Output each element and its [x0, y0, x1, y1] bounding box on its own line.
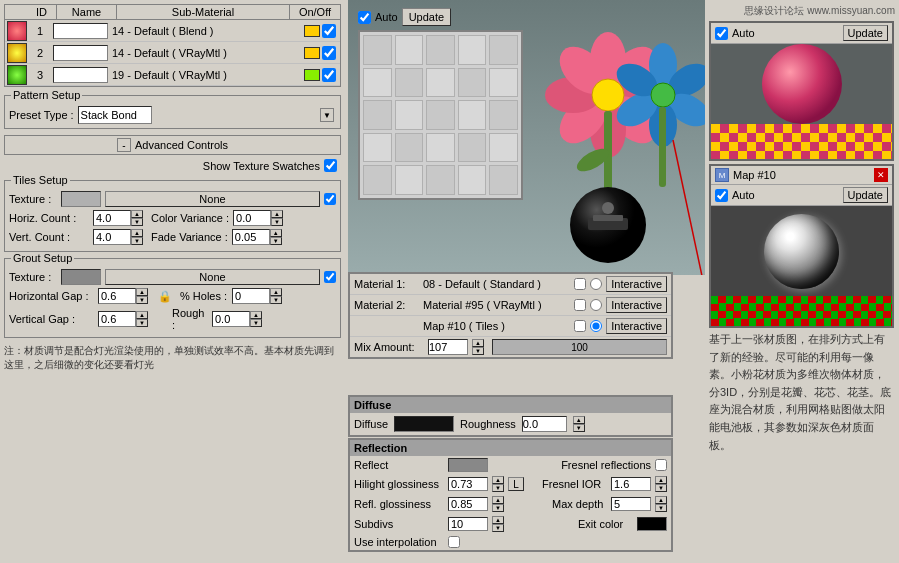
- swatch-1[interactable]: [7, 21, 27, 41]
- mat-row3-radio[interactable]: [590, 320, 602, 332]
- mat-row2-radio[interactable]: [590, 299, 602, 311]
- mat-check-3[interactable]: [322, 68, 336, 82]
- mat-color-2[interactable]: [304, 47, 320, 59]
- vert-count-down[interactable]: ▼: [131, 237, 143, 245]
- fresnel-spin-btns: ▲ ▼: [655, 476, 667, 492]
- fresnel-ior-input[interactable]: 1.6: [611, 477, 651, 491]
- mat-check-1[interactable]: [322, 24, 336, 38]
- fresnel-down[interactable]: ▼: [655, 484, 667, 492]
- grid-cell: [489, 35, 518, 65]
- map-title-icon: M: [715, 168, 729, 182]
- fresnel-checkbox[interactable]: [655, 459, 667, 471]
- preset-type-select[interactable]: Stack Bond Running Bond Custom Bond: [78, 106, 152, 124]
- fade-variance-up[interactable]: ▲: [270, 229, 282, 237]
- interactive-button-1[interactable]: Interactive: [606, 276, 667, 292]
- mix-amount-input[interactable]: 107: [428, 339, 468, 355]
- rough-input[interactable]: 0.0: [212, 311, 250, 327]
- subdivs-input[interactable]: 10: [448, 517, 488, 531]
- table-row: 1 14 - Default ( Blend ): [5, 20, 340, 42]
- col-id-header: ID: [27, 5, 57, 19]
- fresnel-up[interactable]: ▲: [655, 476, 667, 484]
- max-depth-up[interactable]: ▲: [655, 496, 667, 504]
- roughness-up[interactable]: ▲: [573, 416, 585, 424]
- mat-row2-label: Material 2:: [354, 299, 419, 311]
- mat-row1-label: Material 1:: [354, 278, 419, 290]
- color-variance-up[interactable]: ▲: [271, 210, 283, 218]
- rough-up[interactable]: ▲: [250, 311, 262, 319]
- grout-none-button[interactable]: None: [105, 269, 320, 285]
- hilight-input[interactable]: 0.73: [448, 477, 488, 491]
- refl-gloss-down[interactable]: ▼: [492, 504, 504, 512]
- vert-gap-down[interactable]: ▼: [136, 319, 148, 327]
- holes-input[interactable]: 0: [232, 288, 270, 304]
- roughness-input[interactable]: 0.0: [522, 416, 567, 432]
- interactive-button-3[interactable]: Interactive: [606, 318, 667, 334]
- mat-color-3[interactable]: [304, 69, 320, 81]
- fade-variance-down[interactable]: ▼: [270, 237, 282, 245]
- vert-gap-up[interactable]: ▲: [136, 311, 148, 319]
- mat-name-1[interactable]: [53, 23, 108, 39]
- collapse-button[interactable]: -: [117, 138, 131, 152]
- show-swatches-checkbox[interactable]: [324, 159, 337, 172]
- mat-color-1[interactable]: [304, 25, 320, 37]
- horiz-count-down[interactable]: ▼: [131, 218, 143, 226]
- subdivs-down[interactable]: ▼: [492, 524, 504, 532]
- tiles-none-button[interactable]: None: [105, 191, 320, 207]
- grid-cell: [395, 165, 424, 195]
- reflect-swatch[interactable]: [448, 458, 488, 472]
- horiz-gap-down[interactable]: ▼: [136, 296, 148, 304]
- l-button[interactable]: L: [508, 477, 524, 491]
- horiz-count-input[interactable]: 4.0: [93, 210, 131, 226]
- vert-count-up[interactable]: ▲: [131, 229, 143, 237]
- svg-rect-18: [659, 107, 666, 187]
- tile-update-button[interactable]: Update: [402, 8, 451, 26]
- holes-up[interactable]: ▲: [270, 288, 282, 296]
- tiles-texture-checkbox[interactable]: [324, 193, 336, 205]
- close-button-2[interactable]: ✕: [874, 168, 888, 182]
- preview1-auto-checkbox[interactable]: [715, 27, 728, 40]
- mat-row1-checkbox[interactable]: [574, 278, 586, 290]
- vert-count-input[interactable]: 4.0: [93, 229, 131, 245]
- max-depth-down[interactable]: ▼: [655, 504, 667, 512]
- rough-down[interactable]: ▼: [250, 319, 262, 327]
- mat-name-2[interactable]: [53, 45, 108, 61]
- tiles-texture-swatch[interactable]: [61, 191, 101, 207]
- mat-row1-radio[interactable]: [590, 278, 602, 290]
- swatch-2[interactable]: [7, 43, 27, 63]
- color-variance-input[interactable]: 0.0: [233, 210, 271, 226]
- refl-gloss-up[interactable]: ▲: [492, 496, 504, 504]
- mix-up[interactable]: ▲: [472, 339, 484, 347]
- diffuse-swatch[interactable]: [394, 416, 454, 432]
- grout-texture-checkbox[interactable]: [324, 271, 336, 283]
- color-variance-down[interactable]: ▼: [271, 218, 283, 226]
- mat-name-3[interactable]: [53, 67, 108, 83]
- horiz-gap-input[interactable]: 0.6: [98, 288, 136, 304]
- mix-slider[interactable]: 100: [492, 339, 667, 355]
- subdivs-up[interactable]: ▲: [492, 516, 504, 524]
- grid-cell: [363, 35, 392, 65]
- horiz-count-up[interactable]: ▲: [131, 210, 143, 218]
- fade-variance-input[interactable]: 0.05: [232, 229, 270, 245]
- vert-gap-input[interactable]: 0.6: [98, 311, 136, 327]
- max-depth-input[interactable]: 5: [611, 497, 651, 511]
- preview2-auto-checkbox[interactable]: [715, 189, 728, 202]
- svg-point-8: [592, 79, 624, 111]
- interactive-button-2[interactable]: Interactive: [606, 297, 667, 313]
- preview2-update-button[interactable]: Update: [843, 187, 888, 203]
- roughness-down[interactable]: ▼: [573, 424, 585, 432]
- preview1-update-button[interactable]: Update: [843, 25, 888, 41]
- holes-down[interactable]: ▼: [270, 296, 282, 304]
- mix-down[interactable]: ▼: [472, 347, 484, 355]
- grout-texture-swatch[interactable]: [61, 269, 101, 285]
- mat-check-2[interactable]: [322, 46, 336, 60]
- hilight-up[interactable]: ▲: [492, 476, 504, 484]
- tile-auto-checkbox[interactable]: [358, 11, 371, 24]
- refl-gloss-input[interactable]: 0.85: [448, 497, 488, 511]
- swatch-3[interactable]: [7, 65, 27, 85]
- use-interpolation-checkbox[interactable]: [448, 536, 460, 548]
- exit-color-swatch[interactable]: [637, 517, 667, 531]
- hilight-down[interactable]: ▼: [492, 484, 504, 492]
- horiz-gap-up[interactable]: ▲: [136, 288, 148, 296]
- mat-row3-checkbox[interactable]: [574, 320, 586, 332]
- mat-row2-checkbox[interactable]: [574, 299, 586, 311]
